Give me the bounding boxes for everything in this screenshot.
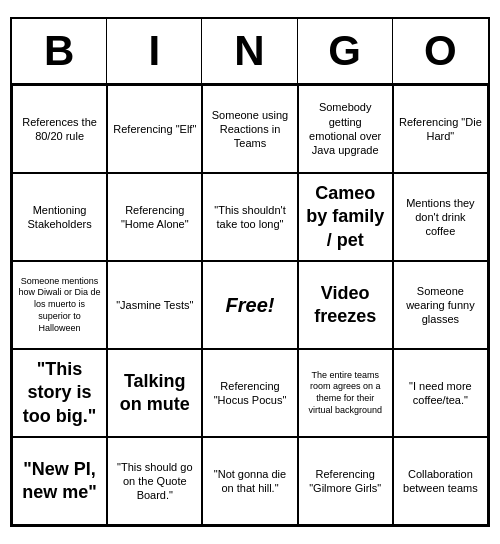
bingo-cell-r3c2: "Jasmine Tests" (107, 261, 202, 349)
bingo-cell-r2c4: Cameo by family / pet (298, 173, 393, 261)
bingo-cell-r1c4: Somebody getting emotional over Java upg… (298, 85, 393, 173)
bingo-cell-r4c1: "This story is too big." (12, 349, 107, 437)
bingo-cell-r1c3: Someone using Reactions in Teams (202, 85, 297, 173)
bingo-cell-r1c1: References the 80/20 rule (12, 85, 107, 173)
bingo-cell-r3c1: Someone mentions how Diwali or Dia de lo… (12, 261, 107, 349)
bingo-card: BINGO References the 80/20 ruleReferenci… (10, 17, 490, 527)
bingo-cell-r1c5: Referencing "Die Hard" (393, 85, 488, 173)
bingo-cell-r3c4: Video freezes (298, 261, 393, 349)
bingo-cell-r1c2: Referencing "Elf" (107, 85, 202, 173)
bingo-letter-o: O (393, 19, 488, 83)
bingo-cell-r4c5: "I need more coffee/tea." (393, 349, 488, 437)
bingo-letter-n: N (202, 19, 297, 83)
bingo-header: BINGO (12, 19, 488, 85)
bingo-cell-r2c1: Mentioning Stakeholders (12, 173, 107, 261)
bingo-cell-r2c2: Referencing "Home Alone" (107, 173, 202, 261)
bingo-cell-r2c5: Mentions they don't drink coffee (393, 173, 488, 261)
bingo-letter-g: G (298, 19, 393, 83)
bingo-cell-r3c3: Free! (202, 261, 297, 349)
bingo-cell-r5c3: "Not gonna die on that hill." (202, 437, 297, 525)
bingo-letter-b: B (12, 19, 107, 83)
bingo-cell-r5c5: Collaboration between teams (393, 437, 488, 525)
bingo-grid: References the 80/20 ruleReferencing "El… (12, 85, 488, 525)
bingo-cell-r4c3: Referencing "Hocus Pocus" (202, 349, 297, 437)
bingo-cell-r5c2: "This should go on the Quote Board." (107, 437, 202, 525)
bingo-cell-r4c2: Talking on mute (107, 349, 202, 437)
bingo-cell-r3c5: Someone wearing funny glasses (393, 261, 488, 349)
bingo-cell-r5c1: "New PI, new me" (12, 437, 107, 525)
bingo-cell-r5c4: Referencing "Gilmore Girls" (298, 437, 393, 525)
bingo-cell-r2c3: "This shouldn't take too long" (202, 173, 297, 261)
bingo-cell-r4c4: The entire teams room agrees on a theme … (298, 349, 393, 437)
bingo-letter-i: I (107, 19, 202, 83)
